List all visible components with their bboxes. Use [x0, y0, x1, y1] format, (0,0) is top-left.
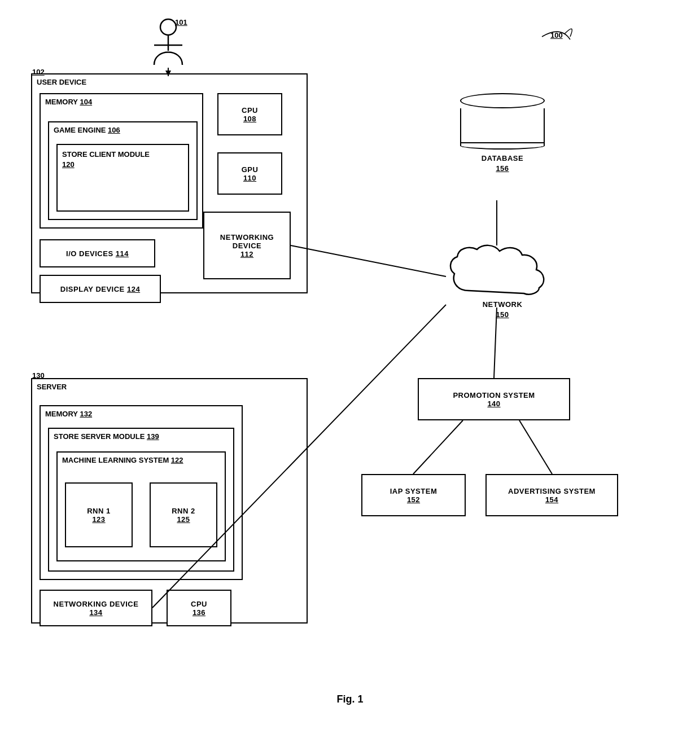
rnn1-box: RNN 1 123: [65, 482, 133, 547]
game-engine-label: GAME ENGINE 106: [54, 126, 120, 134]
memory-user-label: MEMORY 104: [45, 98, 92, 106]
user-device-label: USER DEVICE: [37, 78, 86, 86]
ref-101: 101: [175, 18, 187, 27]
ref-102: 102: [32, 68, 45, 76]
promotion-system-box: PROMOTION SYSTEM 140: [418, 378, 570, 420]
store-server-label: STORE SERVER MODULE 139: [54, 432, 159, 441]
ref-130: 130: [32, 371, 45, 380]
memory-server-label: MEMORY 132: [45, 410, 92, 418]
server-label: SERVER: [37, 383, 67, 391]
svg-point-0: [160, 19, 176, 35]
display-device-box: DISPLAY DEVICE 124: [40, 275, 161, 303]
gpu-box-user: GPU 110: [217, 152, 282, 195]
advertising-system-box: ADVERTISING SYSTEM 154: [485, 474, 618, 516]
ml-label: MACHINE LEARNING SYSTEM 122: [62, 456, 183, 464]
database-area: DATABASE 156: [452, 93, 553, 166]
network-area: NETWORK 150: [440, 243, 565, 333]
figure-caption: Fig. 1: [336, 693, 363, 705]
ref-100: 100: [550, 31, 563, 39]
network-cloud-svg: [446, 243, 559, 305]
svg-line-10: [413, 420, 463, 474]
io-devices-box: I/O DEVICES 114: [40, 239, 155, 267]
svg-line-11: [519, 420, 552, 474]
cpu-server-box: CPU 136: [167, 590, 231, 626]
diagram: 100 101 USER DEVICE 102 MEMORY 104 GAME …: [0, 0, 700, 717]
networking-device-user-box: NETWORKINGDEVICE 112: [203, 212, 291, 279]
database-cylinder: [460, 93, 545, 150]
cpu-box-user: CPU 108: [217, 93, 282, 135]
rnn2-box: RNN 2 125: [150, 482, 217, 547]
networking-device-server-box: NETWORKING DEVICE 134: [40, 590, 152, 626]
iap-system-box: IAP SYSTEM 152: [361, 474, 466, 516]
store-client-label: STORE CLIENT MODULE 120: [62, 150, 150, 170]
store-client-box: STORE CLIENT MODULE 120: [56, 144, 189, 212]
svg-line-5: [291, 245, 446, 276]
